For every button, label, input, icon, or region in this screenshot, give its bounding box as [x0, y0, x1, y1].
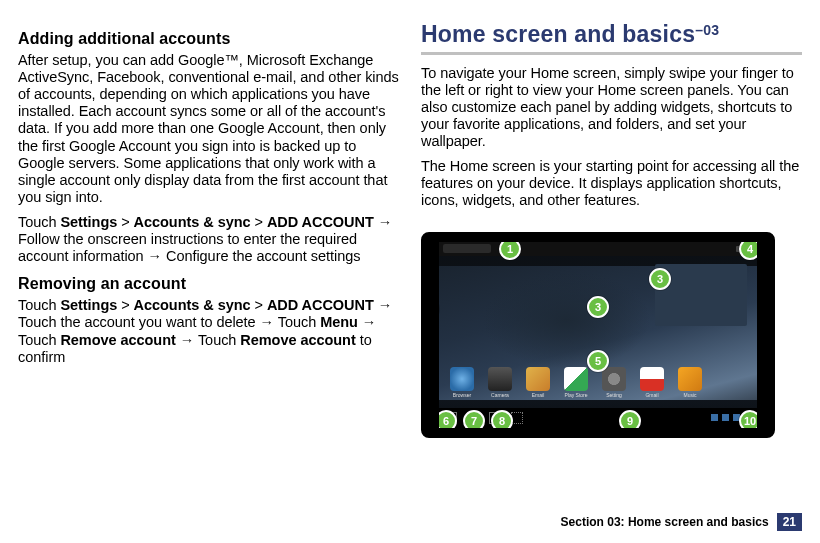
callout-6: 6 — [435, 410, 457, 432]
callout-9: 9 — [619, 410, 641, 432]
app-email: Email — [523, 367, 553, 398]
text-add-account: ADD ACCOUNT — [267, 214, 374, 230]
left-column: Adding additional accounts After setup, … — [18, 20, 399, 438]
text-accounts-sync: Accounts & sync — [134, 214, 251, 230]
page-footer: Section 03: Home screen and basics 21 — [555, 513, 802, 531]
text: > — [117, 297, 133, 313]
notification-icon — [711, 414, 718, 421]
tablet-screen: BrowserCameraEmailPlay StoreSettingGmail… — [439, 242, 757, 428]
text: Touch — [18, 297, 60, 313]
google-search-widget — [443, 244, 491, 253]
title-divider — [421, 52, 802, 55]
home-screen-figure: BrowserCameraEmailPlay StoreSettingGmail… — [421, 232, 775, 438]
text: → Touch — [176, 332, 241, 348]
paragraph-add-account-steps: Touch Settings > Accounts & sync > ADD A… — [18, 214, 399, 265]
app-play-store: Play Store — [561, 367, 591, 398]
app-icon — [526, 367, 550, 391]
page-title: Home screen and basics–03 — [421, 20, 802, 48]
title-number: 03 — [703, 22, 719, 38]
app-camera: Camera — [485, 367, 515, 398]
paragraph-remove-account-steps: Touch Settings > Accounts & sync > ADD A… — [18, 297, 399, 365]
navigation-bar — [439, 408, 757, 428]
app-label: Setting — [606, 392, 622, 398]
paragraph-home-starting-point: The Home screen is your starting point f… — [421, 158, 802, 209]
app-browser: Browser — [447, 367, 477, 398]
callout-3a: 3 — [587, 296, 609, 318]
app-icon — [450, 367, 474, 391]
wifi-icon — [722, 414, 729, 421]
text-settings: Settings — [60, 214, 117, 230]
app-label: Music — [683, 392, 696, 398]
app-icon — [640, 367, 664, 391]
callout-2: 2 — [421, 298, 439, 320]
paragraph-navigate-home: To navigate your Home screen, simply swi… — [421, 65, 802, 151]
footer-section-label: Section 03: Home screen and basics — [555, 513, 775, 531]
text: > — [251, 297, 267, 313]
app-icon — [488, 367, 512, 391]
callout-1: 1 — [499, 238, 521, 260]
text-menu: Menu — [320, 314, 358, 330]
app-label: Email — [532, 392, 545, 398]
app-label: Play Store — [564, 392, 587, 398]
app-icon — [602, 367, 626, 391]
callout-4: 4 — [739, 238, 761, 260]
app-icon — [564, 367, 588, 391]
app-label: Gmail — [645, 392, 658, 398]
title-text: Home screen and basics — [421, 21, 695, 47]
heading-adding-accounts: Adding additional accounts — [18, 30, 399, 48]
callout-8: 8 — [491, 410, 513, 432]
text-remove-account: Remove account — [60, 332, 175, 348]
callout-5: 5 — [587, 350, 609, 372]
callout-7: 7 — [463, 410, 485, 432]
app-label: Camera — [491, 392, 509, 398]
heading-removing-account: Removing an account — [18, 275, 399, 293]
paragraph-adding-accounts: After setup, you can add Google™, Micros… — [18, 52, 399, 206]
app-icon — [678, 367, 702, 391]
app-gmail: Gmail — [637, 367, 667, 398]
text-accounts-sync: Accounts & sync — [134, 297, 251, 313]
text-add-account: ADD ACCOUNT — [267, 297, 374, 313]
app-setting: Setting — [599, 367, 629, 398]
text: > — [117, 214, 133, 230]
callout-3b: 3 — [649, 268, 671, 290]
app-music: Music — [675, 367, 705, 398]
right-column: Home screen and basics–03 To navigate yo… — [421, 20, 802, 438]
app-label: Browser — [453, 392, 471, 398]
text: Touch — [18, 214, 60, 230]
footer-page-number: 21 — [777, 513, 802, 531]
text-remove-account-confirm: Remove account — [240, 332, 355, 348]
text-settings: Settings — [60, 297, 117, 313]
callout-10: 10 — [739, 410, 761, 432]
text: > — [251, 214, 267, 230]
status-bar — [439, 242, 757, 256]
title-dash: – — [695, 22, 703, 38]
